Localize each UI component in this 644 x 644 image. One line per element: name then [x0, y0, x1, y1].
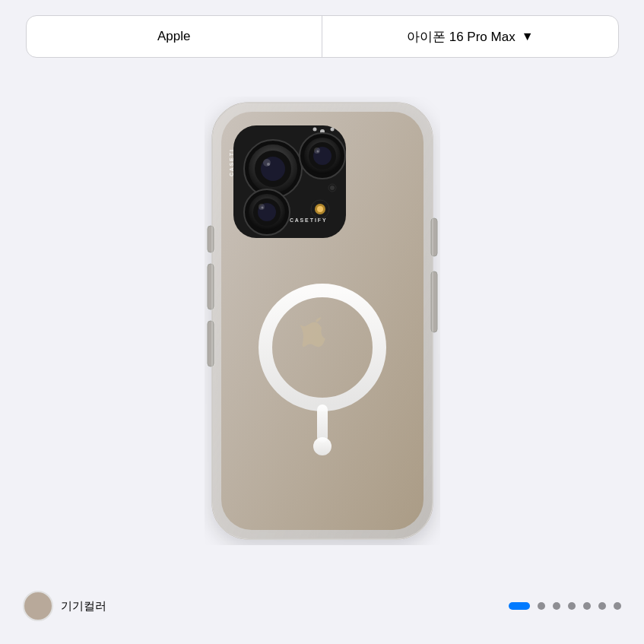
- dot-indicators: [509, 602, 621, 610]
- brand-section: Apple: [27, 16, 323, 57]
- dot-indicator-4[interactable]: [568, 602, 576, 610]
- phone-case-image: C A S E T I F Y C A S E T I: [205, 97, 440, 545]
- dot-indicator-7[interactable]: [614, 602, 621, 610]
- color-swatch[interactable]: [23, 591, 53, 621]
- svg-rect-32: [317, 404, 328, 443]
- svg-rect-35: [431, 271, 437, 332]
- svg-point-5: [312, 127, 316, 131]
- svg-rect-34: [431, 218, 437, 256]
- device-selector: Apple 아이폰 16 Pro Max ▼: [26, 15, 619, 58]
- svg-point-4: [330, 127, 334, 131]
- color-label: 기기컬러: [61, 599, 106, 614]
- svg-point-12: [263, 159, 271, 167]
- svg-point-30: [330, 186, 335, 190]
- dot-indicator-3[interactable]: [553, 602, 560, 610]
- brand-label: Apple: [157, 29, 190, 44]
- dot-indicator-2[interactable]: [538, 602, 545, 610]
- model-selector[interactable]: 아이폰 16 Pro Max ▼: [322, 16, 618, 57]
- svg-rect-38: [208, 321, 214, 366]
- color-option[interactable]: 기기컬러: [23, 591, 106, 621]
- svg-rect-36: [208, 226, 214, 252]
- product-image-container: C A S E T I F Y C A S E T I: [205, 65, 440, 576]
- svg-point-25: [261, 206, 263, 208]
- dot-indicator-1[interactable]: [509, 602, 530, 610]
- dot-indicator-6[interactable]: [598, 602, 606, 610]
- svg-point-33: [313, 437, 332, 455]
- svg-point-13: [267, 163, 270, 166]
- svg-point-28: [317, 206, 323, 212]
- dot-indicator-5[interactable]: [583, 602, 591, 610]
- model-label: 아이폰 16 Pro Max: [407, 28, 516, 46]
- svg-point-19: [316, 150, 319, 152]
- bottom-controls: 기기컬러: [0, 576, 644, 644]
- chevron-down-icon: ▼: [522, 30, 534, 43]
- svg-rect-37: [208, 264, 214, 309]
- svg-text:C A S E T I: C A S E T I: [229, 150, 234, 176]
